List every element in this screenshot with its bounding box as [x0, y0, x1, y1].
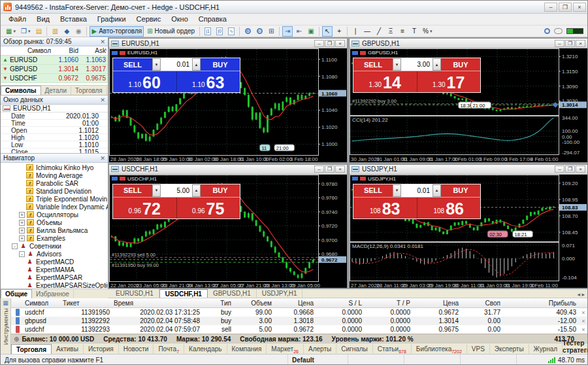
expand-icon[interactable]: +: [19, 228, 25, 234]
market-watch-row[interactable]: ▼GBPUSD1.30141.3017: [1, 65, 108, 74]
auto-scroll-icon[interactable]: ⇥: [282, 26, 293, 37]
lot-size-input[interactable]: 0.01: [401, 184, 433, 197]
sell-price[interactable]: 1.3014: [353, 71, 417, 92]
cursor-icon[interactable]: ↖: [322, 26, 333, 37]
expand-icon[interactable]: +: [19, 235, 25, 241]
maximize-button[interactable]: ❐: [559, 3, 572, 12]
menu-item[interactable]: Вставка: [55, 14, 92, 25]
column-header[interactable]: Bid: [53, 47, 80, 54]
new-chart-icon[interactable]: ▦▾: [4, 26, 18, 37]
terminal-tab-item[interactable]: Библиотека7202: [412, 344, 467, 354]
navigator-item[interactable]: fTriple Exponential Movin: [1, 195, 108, 203]
terminal-tab-item[interactable]: Маркет26: [267, 344, 304, 354]
text-icon[interactable]: T: [409, 26, 419, 37]
indicators-icon[interactable]: ▣: [306, 26, 316, 37]
navigator-item[interactable]: +fОбъемы: [1, 218, 108, 226]
tab-scroll-arrows[interactable]: ◂ ▸: [577, 291, 588, 298]
trendline-icon[interactable]: ╱: [374, 26, 384, 37]
buy-button[interactable]: BUY: [441, 58, 480, 71]
chart-minimize-button[interactable]: –: [314, 40, 324, 47]
sell-button[interactable]: SELL: [353, 184, 393, 197]
tile-windows-icon[interactable]: ⊞: [266, 26, 276, 37]
terminal-column-header[interactable]: Тикет: [61, 300, 112, 307]
lot-size-input[interactable]: 5.00: [161, 184, 192, 197]
channel-icon[interactable]: ≡: [397, 26, 408, 37]
navigator-item[interactable]: ♟ExpertMAPSAR: [1, 273, 108, 281]
scroll-down-icon[interactable]: ∨: [104, 283, 107, 288]
collapse-icon[interactable]: -: [12, 243, 18, 249]
chart-close-button[interactable]: ×: [576, 165, 585, 173]
buy-price[interactable]: 0.9675: [176, 198, 240, 218]
panel-close-icon[interactable]: ✕: [100, 97, 105, 103]
lot-increase-button[interactable]: ▲: [192, 184, 201, 197]
chart-canvas[interactable]: EURUSD,H1SELL▼0.01▲BUY1.10601.10631.1100…: [109, 48, 347, 162]
chart-close-button[interactable]: ×: [335, 165, 345, 173]
close-position-icon[interactable]: ×: [578, 326, 588, 333]
market-watch-row[interactable]: ▼USDCHF0.96720.9675: [1, 74, 108, 83]
close-position-icon[interactable]: ×: [578, 318, 588, 324]
menu-item[interactable]: Окно: [166, 14, 193, 25]
navigator-item[interactable]: fStandard Deviation: [1, 187, 108, 195]
buy-price[interactable]: 10886: [417, 198, 481, 218]
vline-icon[interactable]: |: [350, 26, 361, 37]
terminal-tab-item[interactable]: Календарь: [184, 344, 227, 354]
collapse-icon[interactable]: -: [19, 251, 25, 257]
expand-icon[interactable]: +: [19, 220, 25, 226]
chart-shift-icon[interactable]: ⇤: [294, 26, 304, 37]
instruments-icon[interactable]: ▦: [3, 300, 8, 306]
navigator-tab[interactable]: Избранное: [32, 290, 74, 298]
status-profile[interactable]: Default: [288, 355, 348, 365]
navigator-item[interactable]: fMoving Average: [1, 171, 108, 179]
strategy-tester-label[interactable]: Тестер стратегий: [563, 339, 588, 354]
position-row[interactable]: usdchf113919502020.02.03 17:31:25buy99.0…: [11, 308, 588, 317]
chart-window-titlebar[interactable]: USDJPY,H1–❐×: [350, 165, 587, 175]
chart-tab-gbpusd[interactable]: GBPUSD,H1: [208, 289, 257, 298]
menu-item[interactable]: Справка: [193, 14, 232, 25]
sell-price[interactable]: 0.9672: [113, 198, 176, 218]
chart-restore-button[interactable]: ❐: [325, 165, 335, 173]
terminal-tab-item[interactable]: Компания: [227, 344, 267, 354]
chart-close-button[interactable]: ×: [576, 40, 585, 47]
terminal-column-header[interactable]: Тип: [202, 300, 233, 307]
market-watch-icon[interactable]: ▥: [50, 26, 60, 37]
chart-window-titlebar[interactable]: USDCHF,H1–❐×: [109, 165, 347, 175]
menu-item[interactable]: Вид: [31, 14, 55, 25]
chart-minimize-button[interactable]: –: [314, 165, 324, 173]
navigator-item[interactable]: +fБилла Вильямса: [1, 226, 108, 234]
terminal-tab-item[interactable]: Алерты: [304, 344, 336, 354]
market-watch-row[interactable]: ▲EURUSD1.10601.1063: [1, 56, 108, 65]
chart-tab-usdjpy[interactable]: USDJPY,H1: [257, 289, 303, 298]
terminal-tab-item[interactable]: Активы: [52, 344, 84, 354]
lot-decrease-button[interactable]: ▼: [152, 184, 161, 197]
lot-size-input[interactable]: 3.00: [401, 58, 433, 71]
sell-button[interactable]: SELL: [113, 58, 152, 71]
terminal-tab-active[interactable]: Торговля: [11, 344, 52, 354]
menu-item[interactable]: Графики: [92, 14, 131, 25]
bars-chart-icon[interactable]: |1: [203, 26, 213, 37]
panel-close-icon[interactable]: ✕: [100, 155, 105, 162]
autotrading-button[interactable]: ▶Авто-торговля: [90, 26, 144, 37]
terminal-column-header[interactable]: Прибыль: [502, 300, 578, 307]
signal-icon[interactable]: ◉: [73, 26, 84, 37]
profiles-icon[interactable]: ❐▾: [19, 26, 32, 37]
navigator-tab[interactable]: Общие: [1, 289, 32, 298]
lot-decrease-button[interactable]: ▼: [393, 184, 401, 197]
navigator-item[interactable]: +fExamples: [1, 234, 108, 242]
chart-tab-eurusd[interactable]: EURUSD,H1: [110, 289, 159, 298]
navigator-item[interactable]: ♟ExpertMAMA: [1, 266, 108, 273]
terminal-column-header[interactable]: Время: [112, 300, 202, 307]
hline-icon[interactable]: —: [362, 26, 372, 37]
navigator-item[interactable]: ♟ExpertMAPSARSizeOptim: [1, 281, 108, 288]
scroll-up-icon[interactable]: ∧: [104, 47, 107, 52]
terminal-column-header[interactable]: Своп: [461, 300, 502, 307]
chart-restore-button[interactable]: ❐: [325, 40, 335, 47]
navigator-item[interactable]: fIchimoku Kinko Hyo: [1, 164, 108, 171]
buy-price[interactable]: 1.1063: [176, 71, 240, 92]
lot-decrease-button[interactable]: ▼: [152, 58, 161, 71]
chart-canvas[interactable]: USDJPY,H1SELL▼0.01▲BUY1088310886109.2010…: [350, 175, 587, 288]
panel-close-icon[interactable]: ✕: [100, 39, 105, 45]
sell-button[interactable]: SELL: [113, 184, 152, 197]
chart-minimize-button[interactable]: –: [555, 165, 564, 173]
buy-button[interactable]: BUY: [201, 58, 240, 71]
terminal-column-header[interactable]: Объем: [233, 300, 274, 307]
